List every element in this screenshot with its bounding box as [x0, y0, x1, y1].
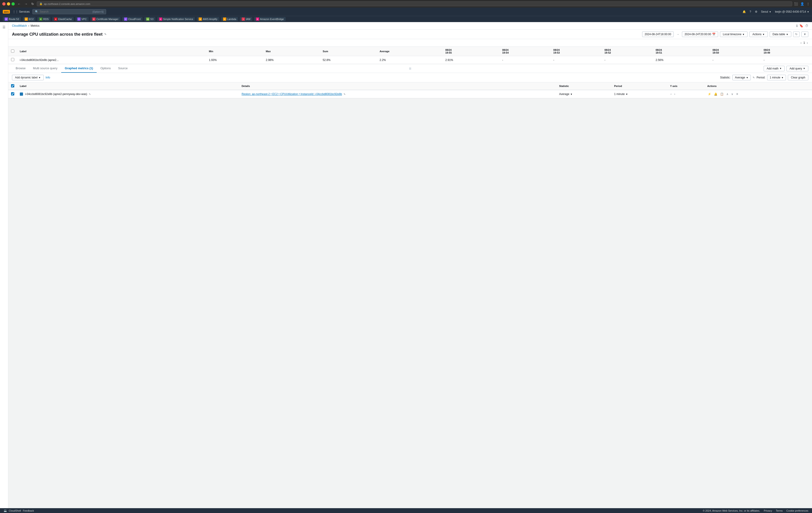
edit-details-icon[interactable]: ✎	[344, 93, 345, 95]
select-all-checkbox[interactable]	[11, 50, 14, 53]
service-rds[interactable]: R RDS	[37, 17, 50, 21]
tab-graphed-metrics[interactable]: Graphed metrics (1)	[61, 64, 97, 73]
add-query-btn[interactable]: Add query ▼	[786, 66, 808, 71]
service-eventbridge[interactable]: E Amazon EventBridge	[254, 17, 286, 21]
row-statistic-select[interactable]: Average ▼	[559, 92, 609, 96]
info-link[interactable]: Info	[46, 76, 50, 79]
info-panel-btn[interactable]: ℹ	[796, 24, 798, 28]
row-period-select[interactable]: 1 minute ▼	[614, 92, 664, 96]
service-cert-manager[interactable]: C Certificate Manager	[90, 17, 120, 21]
close-window-btn[interactable]	[2, 2, 5, 5]
start-datetime-btn[interactable]: 2024-08-24T18:00:00	[642, 32, 674, 37]
row-average: 2.2%	[377, 56, 443, 64]
add-dynamic-label-btn[interactable]: Add dynamic label ▼	[12, 75, 44, 80]
service-vpc[interactable]: V VPC	[76, 17, 89, 21]
bookmark-btn[interactable]: 🔖	[799, 24, 803, 28]
service-cloudfront[interactable]: C CloudFront	[122, 17, 142, 21]
sns-label: Simple Notification Service	[163, 18, 193, 21]
lambda-label: Lambda	[227, 18, 236, 21]
row-delete-icon[interactable]: ✕	[735, 92, 739, 96]
edit-title-btn[interactable]: ✎	[104, 33, 107, 36]
yaxis-prev-btn[interactable]: ‹	[670, 92, 672, 96]
minimize-window-btn[interactable]	[7, 2, 10, 5]
cloudshell-label[interactable]: CloudShell	[9, 509, 21, 512]
region-selector[interactable]: Seoul ▼	[761, 10, 772, 13]
statistic-select-btn[interactable]: Average ▼	[732, 75, 751, 80]
row-checkbox[interactable]	[11, 58, 14, 61]
row-up-icon[interactable]: ∧	[726, 92, 729, 96]
tab-options[interactable]: Options	[97, 64, 114, 73]
tab-browse[interactable]: Browse	[12, 64, 29, 73]
main-layout: ☰ CloudWatch › Metrics ℹ 🔖 ⏱ Average CPU…	[0, 22, 812, 512]
privacy-link[interactable]: Privacy	[764, 509, 772, 512]
maximize-window-btn[interactable]	[11, 2, 15, 5]
tab-multi-source[interactable]: Multi source query	[29, 64, 61, 73]
metrics-row-statistic-cell[interactable]: Average ▼	[556, 90, 611, 98]
tab-source[interactable]: Source	[114, 64, 131, 73]
edit-label-icon[interactable]: ✎	[89, 93, 91, 95]
add-math-btn[interactable]: Add math ▼	[764, 66, 785, 71]
help-icon[interactable]: ?	[750, 10, 751, 13]
service-amplify[interactable]: A AWS Amplify	[197, 17, 219, 21]
row-copy-icon[interactable]: 📋	[720, 92, 724, 96]
metrics-row-period-cell[interactable]: 1 minute ▼	[611, 90, 667, 98]
services-menu-btn[interactable]: ⋮⋮ Services	[13, 10, 30, 13]
service-iam[interactable]: I IAM	[240, 17, 252, 21]
col-average: Average	[377, 47, 443, 56]
notifications-icon[interactable]: 🔔	[743, 10, 746, 13]
row-bell-icon[interactable]: 🔔	[714, 92, 718, 96]
service-lambda[interactable]: λ Lambda	[221, 17, 238, 21]
history-btn[interactable]: ⏱	[805, 24, 808, 28]
actions-btn[interactable]: Actions ▼	[749, 32, 767, 37]
datetime-arrow: →	[675, 33, 680, 36]
data-table-btn[interactable]: Data table ▼	[770, 32, 791, 37]
breadcrumb-cloudwatch-link[interactable]: CloudWatch	[12, 24, 27, 27]
s3-icon: S3	[146, 18, 149, 21]
settings-icon[interactable]: ⚙	[755, 10, 757, 13]
user-account-btn[interactable]: leejin @ 0582-6436-9714 ▼	[775, 10, 809, 13]
end-datetime-text: 2024-08-24T20:00:00	[685, 33, 711, 36]
yaxis-next-btn[interactable]: ›	[674, 92, 676, 96]
sns-icon: S	[159, 18, 162, 21]
terms-link[interactable]: Terms	[776, 509, 783, 512]
row-down-icon[interactable]: ∨	[731, 92, 734, 96]
row-checkbox-cell[interactable]	[8, 56, 17, 64]
eventbridge-label: Amazon EventBridge	[260, 18, 284, 21]
service-s3[interactable]: S3 S3	[144, 17, 155, 21]
col-t1952: 08/2419:52	[602, 47, 653, 56]
row-search-icon[interactable]: ⚡	[707, 92, 712, 96]
address-bar[interactable]: 🔒 ap-northeast-2.console.aws.amazon.com	[37, 1, 792, 6]
browser-back-btn[interactable]: ←	[17, 2, 22, 6]
feedback-label[interactable]: Feedback	[23, 509, 34, 512]
tabs-container: Browse Multi source query Graphed metric…	[8, 64, 812, 98]
period-select-btn[interactable]: 1 minute ▼	[767, 75, 786, 80]
page-number: 1	[804, 41, 805, 44]
more-options-btn[interactable]: ▼	[802, 32, 808, 37]
search-input[interactable]	[40, 10, 91, 13]
cookie-prefs-link[interactable]: Cookie preferences	[786, 509, 808, 512]
row-t1954: -	[499, 56, 551, 64]
next-page-btn[interactable]: ›	[806, 40, 808, 45]
prev-page-btn[interactable]: ‹	[800, 40, 802, 45]
pagination: ‹ 1 ›	[8, 39, 812, 47]
profile-icon: 👤	[800, 2, 804, 6]
select-all-th	[8, 47, 17, 56]
service-elasticache[interactable]: E ElastiCache	[52, 17, 74, 21]
metrics-row-checkbox[interactable]	[11, 92, 14, 95]
service-route53[interactable]: R Route 53	[3, 17, 21, 21]
clear-graph-btn[interactable]: Clear graph	[788, 75, 808, 80]
metrics-row-checkbox-cell[interactable]	[8, 90, 17, 98]
tabs-bar: Browse Multi source query Graphed metric…	[8, 64, 812, 73]
metrics-row-details[interactable]: Region: ap-northeast-2 • EC2 • CPUUtiliz…	[242, 92, 342, 96]
service-sns[interactable]: S Simple Notification Service	[157, 17, 195, 21]
end-datetime-btn[interactable]: 2024-08-24T20:00:00 📅	[682, 32, 718, 37]
browser-forward-btn[interactable]: →	[24, 2, 29, 6]
service-ec2[interactable]: E EC2	[23, 17, 35, 21]
global-search-bar[interactable]: 🔍 [Option+S]	[32, 9, 106, 14]
refresh-btn[interactable]: ↻	[793, 32, 800, 37]
metrics-select-all-checkbox[interactable]	[11, 84, 14, 87]
timezone-btn[interactable]: Local timezone ▼	[720, 32, 748, 37]
search-shortcut-hint: [Option+S]	[92, 10, 104, 13]
sidebar-toggle-btn[interactable]: ☰	[2, 25, 6, 29]
browser-refresh-btn[interactable]: ↻	[30, 2, 35, 6]
